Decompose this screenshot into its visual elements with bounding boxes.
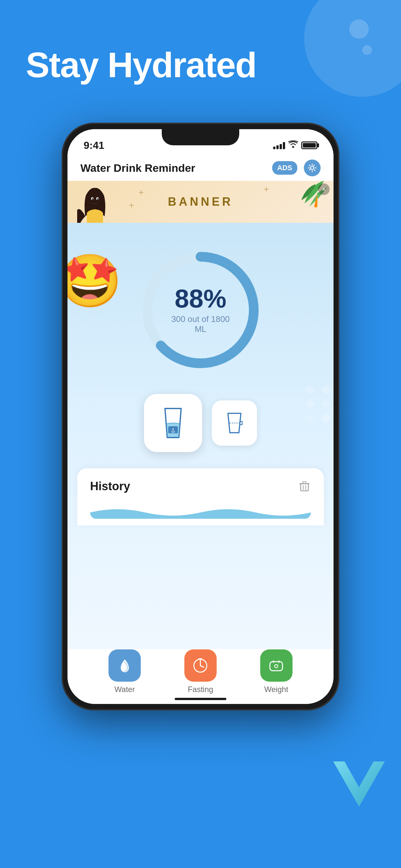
history-section: History bbox=[77, 468, 324, 525]
phone-screen: 9:41 bbox=[67, 129, 334, 704]
bg-circle-tiny bbox=[362, 45, 372, 55]
wifi-icon bbox=[288, 141, 298, 150]
settings-button[interactable] bbox=[304, 159, 320, 176]
glass-icon-secondary bbox=[225, 412, 244, 434]
bottom-nav: Water Fasting bbox=[67, 649, 334, 704]
app-header: Water Drink Reminder ADS bbox=[67, 155, 334, 181]
nav-item-fasting[interactable]: Fasting bbox=[184, 649, 217, 694]
phone-notch bbox=[162, 129, 239, 145]
banner-plus-2: + bbox=[129, 200, 134, 211]
bg-decoration bbox=[272, 0, 401, 129]
ads-button[interactable]: ADS bbox=[272, 161, 297, 175]
banner-plus-1: + bbox=[138, 187, 144, 197]
water-nav-label: Water bbox=[115, 685, 135, 694]
header-buttons: ADS bbox=[272, 159, 320, 176]
progress-description: 300 out of 1800 ML bbox=[166, 314, 235, 334]
weight-nav-label: Weight bbox=[265, 685, 288, 694]
v-logo bbox=[327, 755, 391, 819]
bg-circle-small bbox=[349, 20, 369, 39]
svg-rect-25 bbox=[301, 484, 308, 491]
main-title: Stay Hydrated bbox=[26, 45, 256, 84]
mood-emoji: 🤩 bbox=[67, 252, 122, 310]
water-nav-icon-wrapper bbox=[109, 649, 141, 682]
progress-text: 88% 300 out of 1800 ML bbox=[166, 286, 235, 334]
weight-nav-icon-wrapper bbox=[260, 649, 292, 682]
signal-icon bbox=[273, 142, 285, 149]
svg-point-35 bbox=[275, 664, 278, 668]
primary-drink-button[interactable]: 5 OZ bbox=[144, 394, 202, 452]
status-icons bbox=[273, 141, 317, 150]
main-content: 🤩 bbox=[67, 223, 334, 649]
svg-point-7 bbox=[97, 198, 99, 200]
svg-point-6 bbox=[92, 198, 94, 200]
emoji-container: 🤩 bbox=[67, 255, 122, 320]
history-title: History bbox=[90, 479, 130, 493]
bg-circle-large bbox=[304, 0, 401, 97]
fasting-nav-label: Fasting bbox=[188, 685, 213, 694]
water-nav-icon bbox=[116, 657, 134, 675]
svg-line-32 bbox=[201, 665, 204, 667]
fasting-nav-icon bbox=[191, 657, 209, 675]
svg-text:OZ: OZ bbox=[171, 430, 175, 433]
progress-percentage: 88% bbox=[166, 286, 235, 312]
banner-girl bbox=[77, 184, 113, 223]
home-indicator bbox=[175, 698, 226, 700]
custom-drink-button[interactable] bbox=[212, 400, 257, 445]
glass-icon-primary: 5 OZ bbox=[160, 407, 186, 439]
svg-rect-27 bbox=[303, 482, 306, 484]
svg-rect-34 bbox=[270, 662, 282, 671]
weight-nav-icon bbox=[267, 657, 285, 675]
banner-text: BANNER bbox=[168, 195, 233, 209]
decorative-diamonds bbox=[305, 384, 334, 424]
ad-banner[interactable]: BANNER + + + × bbox=[67, 181, 334, 223]
svg-point-0 bbox=[292, 146, 294, 148]
v-logo-svg bbox=[327, 755, 391, 813]
drink-buttons: 5 OZ bbox=[144, 394, 257, 452]
banner-plus-3: + bbox=[264, 184, 269, 194]
fasting-nav-icon-wrapper bbox=[184, 649, 217, 682]
nav-item-water[interactable]: Water bbox=[109, 649, 141, 694]
banner-close-button[interactable]: × bbox=[318, 183, 330, 195]
phone-frame: 9:41 bbox=[62, 123, 339, 710]
progress-ring: 88% 300 out of 1800 ML bbox=[133, 242, 268, 378]
svg-point-1 bbox=[311, 166, 314, 169]
battery-icon bbox=[301, 142, 317, 149]
delete-icon[interactable] bbox=[298, 480, 311, 493]
status-time: 9:41 bbox=[84, 140, 104, 151]
history-wave bbox=[90, 503, 311, 519]
nav-item-weight[interactable]: Weight bbox=[260, 649, 292, 694]
app-title: Water Drink Reminder bbox=[81, 162, 195, 175]
phone-mockup: 9:41 bbox=[62, 123, 339, 710]
